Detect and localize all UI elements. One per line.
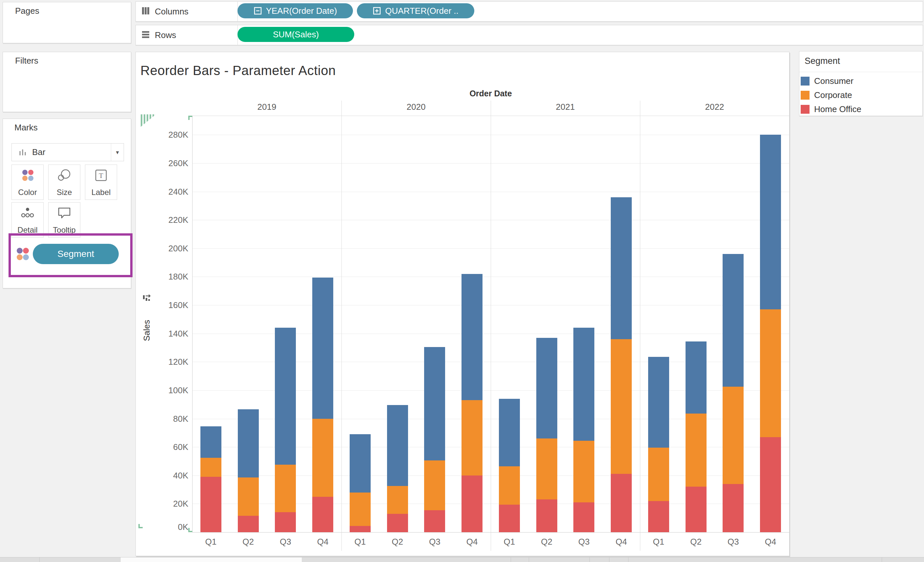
columns-icon — [141, 6, 150, 17]
x-axis-quarter-label: Q3 — [429, 537, 441, 547]
label-button[interactable]: T Label — [85, 164, 117, 200]
bar-segment-consumer[interactable] — [312, 278, 333, 419]
y-axis-tick-label: 0K — [142, 522, 188, 532]
bar-segment-consumer[interactable] — [686, 341, 706, 414]
bar-segment-consumer[interactable] — [573, 328, 594, 441]
active-sheet-tab[interactable] — [121, 558, 302, 562]
y-axis-tick-label: 280K — [142, 130, 188, 140]
bar-segment-corporate[interactable] — [350, 493, 370, 526]
x-axis-quarter-label: Q3 — [578, 537, 590, 547]
x-axis-quarter-label: Q4 — [765, 537, 776, 547]
y-axis-tick-label: 20K — [142, 499, 188, 509]
y-axis-tick-label: 60K — [142, 442, 188, 452]
y-axis-tick-label: 240K — [142, 187, 188, 197]
bar-segment-home-office[interactable] — [760, 437, 781, 532]
bar-segment-consumer[interactable] — [462, 274, 483, 400]
bar-segment-home-office[interactable] — [611, 474, 632, 532]
bar-segment-home-office[interactable] — [200, 477, 221, 532]
bar-chart-icon — [18, 148, 27, 157]
bar-segment-consumer[interactable] — [760, 135, 781, 309]
bar-segment-corporate[interactable] — [723, 387, 744, 484]
bar-segment-corporate[interactable] — [387, 486, 408, 514]
y-axis-tick-label: 180K — [142, 272, 188, 282]
y-axis-tick-label: 120K — [142, 357, 188, 367]
mark-type-value: Bar — [32, 147, 45, 157]
bar-segment-home-office[interactable] — [723, 484, 744, 532]
bar-segment-consumer[interactable] — [238, 409, 259, 477]
bar-segment-corporate[interactable] — [573, 441, 594, 502]
svg-text:T: T — [99, 171, 104, 179]
pill-quarter-order-date[interactable]: QUARTER(Order .. — [357, 3, 474, 18]
bar-segment-corporate[interactable] — [536, 438, 557, 499]
x-axis-quarter-label: Q3 — [728, 537, 739, 547]
legend-item-label: Consumer — [814, 76, 854, 86]
bar-segment-corporate[interactable] — [611, 339, 632, 474]
tooltip-icon — [57, 203, 72, 224]
bar-segment-corporate[interactable] — [238, 477, 259, 516]
bar-segment-home-office[interactable] — [536, 499, 557, 532]
size-button[interactable]: Size — [48, 164, 80, 200]
bar-segment-consumer[interactable] — [424, 347, 445, 460]
pill-year-order-date[interactable]: YEAR(Order Date) — [237, 3, 353, 18]
y-axis-tick-label: 260K — [142, 158, 188, 169]
tooltip-button[interactable]: Tooltip — [48, 202, 80, 238]
bar-segment-consumer[interactable] — [611, 197, 632, 339]
bar-segment-corporate[interactable] — [686, 414, 706, 487]
detail-button[interactable]: Detail — [12, 202, 44, 238]
pill-sum-sales-label: SUM(Sales) — [273, 30, 319, 40]
worksheet-view: Reorder Bars - Parameter Action Order Da… — [135, 52, 789, 556]
dropdown-caret-icon[interactable]: ▾ — [111, 143, 124, 161]
x-axis-quarter-label: Q2 — [242, 537, 254, 547]
bar-segment-consumer[interactable] — [387, 405, 408, 486]
marks-card-label: Marks — [14, 123, 38, 133]
bar-segment-corporate[interactable] — [312, 419, 333, 497]
bar-segment-consumer[interactable] — [275, 328, 296, 465]
tab-divider — [529, 558, 529, 562]
bar-segment-home-office[interactable] — [648, 501, 669, 532]
y-axis-tick-label: 80K — [142, 414, 188, 424]
legend-swatch — [801, 77, 810, 85]
x-axis-quarter-label: Q4 — [317, 537, 328, 547]
year-header-label: 2020 — [407, 102, 426, 112]
bar-segment-home-office[interactable] — [424, 510, 445, 532]
bar-segment-consumer[interactable] — [723, 254, 744, 387]
bar-segment-corporate[interactable] — [424, 460, 445, 510]
x-axis-quarter-label: Q2 — [392, 537, 403, 547]
bar-segment-corporate[interactable] — [760, 309, 781, 437]
tab-divider — [590, 558, 590, 562]
color-button[interactable]: Color — [12, 164, 44, 200]
bar-segment-home-office[interactable] — [275, 512, 296, 532]
bar-segment-corporate[interactable] — [499, 466, 520, 505]
x-axis-quarter-label: Q3 — [280, 537, 291, 547]
pill-sum-sales[interactable]: SUM(Sales) — [237, 27, 354, 42]
bar-segment-consumer[interactable] — [499, 399, 520, 466]
expand-plus-box-icon[interactable] — [373, 6, 381, 15]
bar-segment-home-office[interactable] — [350, 526, 370, 532]
bar-segment-home-office[interactable] — [462, 475, 483, 532]
bar-segment-home-office[interactable] — [238, 516, 259, 532]
collapse-minus-box-icon[interactable] — [254, 6, 262, 15]
bar-segment-home-office[interactable] — [686, 487, 706, 532]
legend-item[interactable]: Home Office — [801, 103, 861, 116]
bar-segment-home-office[interactable] — [499, 505, 520, 532]
legend-item[interactable]: Consumer — [801, 75, 854, 88]
x-axis-quarter-label: Q1 — [504, 537, 515, 547]
label-button-label: Label — [92, 188, 111, 197]
x-axis-quarter-label: Q1 — [653, 537, 664, 547]
bar-segment-consumer[interactable] — [536, 338, 557, 438]
bar-segment-corporate[interactable] — [200, 458, 221, 477]
legend-item[interactable]: Corporate — [801, 88, 852, 102]
bar-segment-consumer[interactable] — [350, 434, 370, 493]
mark-type-dropdown[interactable]: Bar ▾ — [12, 143, 124, 161]
color-legend-card: Segment ConsumerCorporateHome Office — [799, 51, 923, 116]
bar-segment-corporate[interactable] — [648, 448, 669, 501]
bar-segment-home-office[interactable] — [387, 514, 408, 532]
rows-shelf-label: Rows — [155, 30, 176, 40]
size-icon — [57, 165, 72, 186]
bar-segment-corporate[interactable] — [462, 400, 483, 475]
bar-segment-consumer[interactable] — [200, 426, 221, 457]
bar-segment-consumer[interactable] — [648, 357, 669, 448]
bar-segment-home-office[interactable] — [573, 502, 594, 532]
bar-segment-corporate[interactable] — [275, 465, 296, 512]
bar-segment-home-office[interactable] — [312, 497, 333, 532]
